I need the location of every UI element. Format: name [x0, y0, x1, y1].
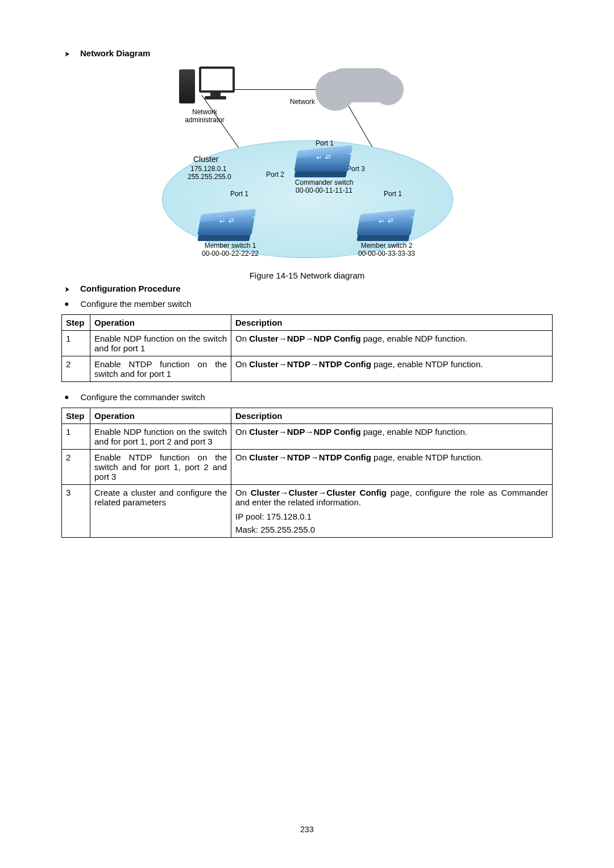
col-step: Step	[62, 315, 90, 331]
desc-bold: Cluster→NTDP→NTDP Config	[249, 452, 371, 462]
member2-label: Member switch 2 00-00-00-33-33-33	[352, 242, 421, 258]
desc-pre: On	[235, 488, 251, 497]
table-row: 1 Enable NDP function on the switch and …	[62, 424, 553, 450]
desc-post: page, enable NTDP function.	[371, 359, 483, 369]
desc-pre: On	[235, 334, 249, 343]
bullet-member-switch: ● Configure the member switch	[61, 299, 553, 309]
desc-pre: On	[235, 452, 249, 462]
section-title: Configuration Procedure	[80, 284, 181, 293]
cell-operation: Enable NDP function on the switch and fo…	[90, 331, 231, 356]
cell-description: On Cluster→NDP→NDP Config page, enable N…	[231, 424, 553, 450]
bullet-icon: ●	[64, 299, 69, 309]
commander-label-line1: Commander switch	[290, 178, 358, 186]
table-row: 2 Enable NTDP function on the switch and…	[62, 450, 553, 485]
table-row: 1 Enable NDP function on the switch and …	[62, 331, 553, 356]
bullet-icon: ●	[64, 392, 69, 402]
member2-mac: 00-00-00-33-33-33	[352, 250, 421, 258]
port-label: Port 1	[316, 139, 334, 147]
member2-label-line1: Member switch 2	[352, 242, 421, 250]
section-title: Network Diagram	[80, 48, 150, 58]
col-description: Description	[231, 315, 553, 331]
cell-operation: Enable NTDP function on the switch and f…	[90, 356, 231, 382]
cell-operation: Enable NTDP function on the switch and f…	[90, 450, 231, 485]
cloud-label: Network	[290, 98, 315, 106]
section-heading-config-procedure: ➤ Configuration Procedure	[61, 284, 553, 293]
pc-icon	[179, 67, 230, 106]
table-header-row: Step Operation Description	[62, 315, 553, 331]
section-heading-network-diagram: ➤ Network Diagram	[61, 48, 553, 58]
desc-post: page, enable NDP function.	[361, 334, 467, 343]
cell-description: On Cluster→NTDP→NTDP Config page, enable…	[231, 450, 553, 485]
network-diagram: Network administrator Network Cluster 17…	[156, 64, 458, 263]
commander-mac: 00-00-00-11-11-11	[290, 186, 358, 194]
pc-label: Network administrator	[176, 108, 233, 124]
port-label: Port 1	[384, 190, 402, 198]
col-description: Description	[231, 408, 553, 424]
cluster-title: Cluster	[193, 155, 218, 164]
desc-bold: Cluster→NTDP→NTDP Config	[249, 359, 371, 369]
member1-label-line1: Member switch 1	[196, 242, 264, 250]
desc-bold: Cluster→NDP→NDP Config	[249, 427, 360, 437]
cell-operation: Create a cluster and configure the relat…	[90, 485, 231, 538]
col-step: Step	[62, 408, 90, 424]
table-header-row: Step Operation Description	[62, 408, 553, 424]
desc-post: page, enable NDP function.	[361, 427, 467, 437]
chevron-right-icon: ➤	[65, 285, 69, 293]
table-row: 2 Enable NTDP function on the switch and…	[62, 356, 553, 382]
bullet-text: Configure the commander switch	[80, 392, 205, 402]
cell-step: 2	[62, 450, 90, 485]
desc-line3: Mask: 255.255.255.0	[235, 525, 548, 534]
chevron-right-icon: ➤	[65, 50, 69, 58]
desc-bold: Cluster→NDP→NDP Config	[249, 334, 360, 343]
cell-step: 3	[62, 485, 90, 538]
cell-operation: Enable NDP function on the switch and fo…	[90, 424, 231, 450]
cell-description: On Cluster→Cluster→Cluster Config page, …	[231, 485, 553, 538]
cell-step: 2	[62, 356, 90, 382]
cluster-ip: 175.128.0.1	[190, 165, 226, 173]
bullet-commander-switch: ● Configure the commander switch	[61, 392, 553, 402]
desc-post: page, enable NTDP function.	[371, 452, 483, 462]
desc-pre: On	[235, 359, 249, 369]
desc-bold: Cluster→Cluster→Cluster Config	[251, 488, 387, 497]
member1-label: Member switch 1 00-00-00-22-22-22	[196, 242, 264, 258]
member-switch-2-icon: ⇄ ⇄	[356, 217, 414, 235]
col-operation: Operation	[90, 315, 231, 331]
pc-label-line1: Network	[176, 108, 233, 116]
bullet-text: Configure the member switch	[80, 299, 191, 309]
desc-line2: IP pool: 175.128.0.1	[235, 512, 548, 521]
member-switch-1-icon: ⇄ ⇄	[197, 217, 255, 235]
cell-description: On Cluster→NDP→NDP Config page, enable N…	[231, 331, 553, 356]
cluster-mask: 255.255.255.0	[188, 173, 231, 181]
cell-step: 1	[62, 331, 90, 356]
commander-switch-icon: ⇄ ⇄	[294, 153, 351, 172]
figure-caption: Figure 14-15 Network diagram	[61, 271, 553, 280]
col-operation: Operation	[90, 408, 231, 424]
cell-description: On Cluster→NTDP→NTDP Config page, enable…	[231, 356, 553, 382]
page-number: 233	[0, 825, 614, 834]
port-label: Port 1	[230, 190, 248, 198]
pc-label-line2: administrator	[176, 116, 233, 124]
cell-step: 1	[62, 424, 90, 450]
port-label: Port 3	[347, 165, 365, 173]
commander-switch-table: Step Operation Description 1 Enable NDP …	[61, 408, 553, 538]
desc-pre: On	[235, 427, 249, 437]
network-cloud-icon	[327, 68, 395, 102]
table-row: 3 Create a cluster and configure the rel…	[62, 485, 553, 538]
member-switch-table: Step Operation Description 1 Enable NDP …	[61, 314, 553, 382]
port-label: Port 2	[266, 171, 284, 178]
commander-label: Commander switch 00-00-00-11-11-11	[290, 178, 358, 194]
member1-mac: 00-00-00-22-22-22	[196, 250, 264, 258]
